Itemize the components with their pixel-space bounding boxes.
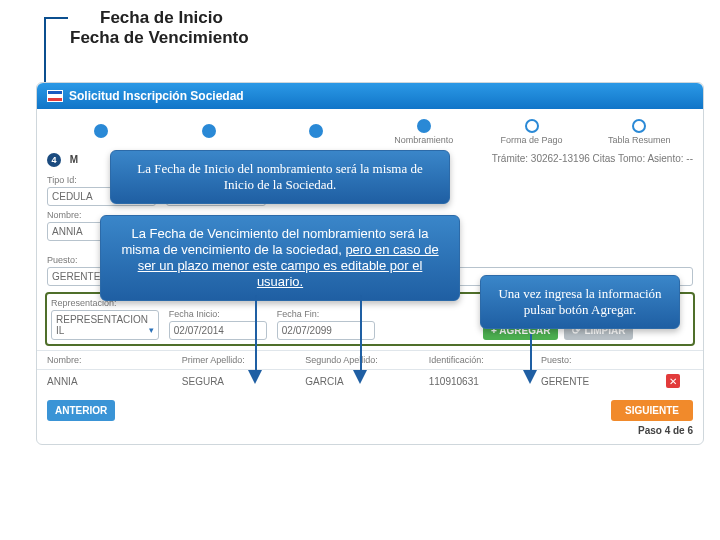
fecha-inicio-input[interactable]: 02/07/2014 xyxy=(169,321,267,340)
siguiente-button[interactable]: SIGUIENTE xyxy=(611,400,693,421)
step-4[interactable]: Nombramiento xyxy=(370,119,478,145)
panel-header: Solicitud Inscripción Sociedad xyxy=(37,83,703,109)
table-row: ANNIASEGURAGARCIA110910631GERENTE ✕ xyxy=(37,369,703,392)
page-title-1: Fecha de Inicio xyxy=(100,8,720,28)
arrow-icon xyxy=(523,370,537,384)
step-3[interactable] xyxy=(262,124,370,140)
anterior-button[interactable]: ANTERIOR xyxy=(47,400,115,421)
step-2[interactable] xyxy=(155,124,263,140)
step-5-label: Forma de Pago xyxy=(478,135,586,145)
arrow-icon xyxy=(248,370,262,384)
step-6[interactable]: Tabla Resumen xyxy=(585,119,693,145)
step-6-label: Tabla Resumen xyxy=(585,135,693,145)
step-4-label: Nombramiento xyxy=(370,135,478,145)
representacion-select[interactable]: REPRESENTACION IL▾ xyxy=(51,310,159,340)
step-5[interactable]: Forma de Pago xyxy=(478,119,586,145)
panel-header-text: Solicitud Inscripción Sociedad xyxy=(69,89,244,103)
flag-icon xyxy=(47,90,63,102)
delete-row-button[interactable]: ✕ xyxy=(666,374,680,388)
callout-fecha-vencimiento: La Fecha de Vencimiento del nombramiento… xyxy=(100,215,460,301)
arrow-icon xyxy=(353,370,367,384)
table-header: Nombre:Primer Apellido:Segundo Apellido:… xyxy=(37,350,703,369)
request-info: Trámite: 30262-13196 Citas Tomo: Asiento… xyxy=(492,153,693,164)
page-title-2: Fecha de Vencimiento xyxy=(70,28,720,48)
paso-indicator: Paso 4 de 6 xyxy=(37,423,703,438)
fecha-inicio-label: Fecha Inicio: xyxy=(169,309,267,319)
callout-agregar: Una vez ingresa la información pulsar bo… xyxy=(480,275,680,329)
section-badge: 4 xyxy=(47,153,61,167)
callout-fecha-inicio: La Fecha de Inicio del nombramiento será… xyxy=(110,150,450,204)
stepper: Nombramiento Forma de Pago Tabla Resumen xyxy=(37,109,703,149)
step-1[interactable] xyxy=(47,124,155,140)
